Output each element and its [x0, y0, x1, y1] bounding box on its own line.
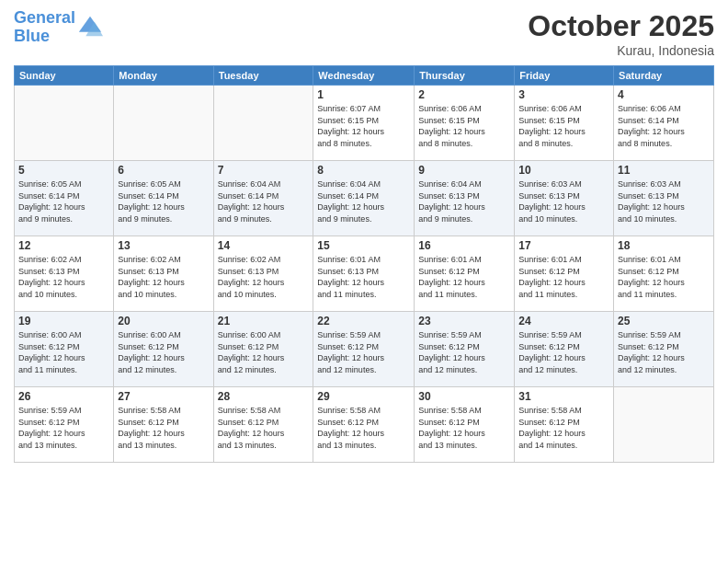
calendar-cell	[114, 86, 213, 161]
day-number: 26	[18, 390, 109, 403]
calendar-cell: 5Sunrise: 6:05 AM Sunset: 6:14 PM Daylig…	[15, 161, 114, 236]
calendar-cell: 11Sunrise: 6:03 AM Sunset: 6:13 PM Dayli…	[614, 161, 714, 236]
day-number: 6	[118, 164, 209, 177]
day-info: Sunrise: 6:00 AM Sunset: 6:12 PM Dayligh…	[18, 329, 109, 375]
calendar-cell: 12Sunrise: 6:02 AM Sunset: 6:13 PM Dayli…	[15, 236, 114, 312]
day-number: 23	[418, 315, 510, 327]
calendar-cell	[15, 86, 114, 161]
day-number: 13	[118, 239, 209, 252]
calendar-cell: 1Sunrise: 6:07 AM Sunset: 6:15 PM Daylig…	[313, 86, 415, 161]
logo: General Blue	[14, 9, 103, 46]
calendar-cell: 6Sunrise: 6:05 AM Sunset: 6:14 PM Daylig…	[114, 161, 213, 236]
calendar-cell: 16Sunrise: 6:01 AM Sunset: 6:12 PM Dayli…	[415, 236, 515, 312]
calendar-cell: 14Sunrise: 6:02 AM Sunset: 6:13 PM Dayli…	[213, 236, 313, 312]
day-info: Sunrise: 5:59 AM Sunset: 6:12 PM Dayligh…	[618, 329, 710, 375]
logo-icon	[77, 15, 103, 40]
calendar-cell: 7Sunrise: 6:04 AM Sunset: 6:14 PM Daylig…	[213, 161, 313, 236]
calendar-cell	[213, 86, 313, 161]
calendar-cell: 31Sunrise: 5:58 AM Sunset: 6:12 PM Dayli…	[515, 387, 614, 463]
calendar-cell	[614, 387, 714, 463]
calendar-week-2: 5Sunrise: 6:05 AM Sunset: 6:14 PM Daylig…	[15, 161, 714, 236]
page-header: General Blue October 2025 Kurau, Indones…	[14, 9, 714, 58]
calendar-cell: 4Sunrise: 6:06 AM Sunset: 6:14 PM Daylig…	[614, 86, 714, 161]
calendar-cell: 25Sunrise: 5:59 AM Sunset: 6:12 PM Dayli…	[614, 312, 714, 387]
weekday-header-row: SundayMondayTuesdayWednesdayThursdayFrid…	[15, 66, 714, 86]
weekday-header-tuesday: Tuesday	[213, 66, 313, 86]
day-info: Sunrise: 6:00 AM Sunset: 6:12 PM Dayligh…	[118, 329, 209, 375]
calendar-cell: 10Sunrise: 6:03 AM Sunset: 6:13 PM Dayli…	[515, 161, 614, 236]
day-info: Sunrise: 5:59 AM Sunset: 6:12 PM Dayligh…	[418, 329, 510, 375]
day-info: Sunrise: 6:01 AM Sunset: 6:12 PM Dayligh…	[418, 254, 510, 300]
calendar-cell: 24Sunrise: 5:59 AM Sunset: 6:12 PM Dayli…	[515, 312, 614, 387]
day-number: 19	[18, 315, 109, 327]
calendar-cell: 15Sunrise: 6:01 AM Sunset: 6:13 PM Dayli…	[313, 236, 415, 312]
day-info: Sunrise: 6:02 AM Sunset: 6:13 PM Dayligh…	[118, 254, 209, 300]
day-info: Sunrise: 6:04 AM Sunset: 6:13 PM Dayligh…	[418, 178, 510, 224]
day-number: 5	[18, 164, 109, 177]
day-number: 28	[218, 390, 310, 403]
day-number: 3	[518, 88, 609, 101]
calendar-cell: 3Sunrise: 6:06 AM Sunset: 6:15 PM Daylig…	[515, 86, 614, 161]
weekday-header-sunday: Sunday	[15, 66, 114, 86]
day-info: Sunrise: 6:06 AM Sunset: 6:14 PM Dayligh…	[618, 103, 710, 149]
weekday-header-friday: Friday	[515, 66, 614, 86]
calendar-week-4: 19Sunrise: 6:00 AM Sunset: 6:12 PM Dayli…	[15, 312, 714, 387]
day-number: 2	[418, 88, 510, 101]
day-number: 16	[418, 239, 510, 252]
day-number: 1	[317, 88, 410, 101]
day-number: 10	[518, 164, 609, 177]
calendar-week-5: 26Sunrise: 5:59 AM Sunset: 6:12 PM Dayli…	[15, 387, 714, 463]
calendar-cell: 21Sunrise: 6:00 AM Sunset: 6:12 PM Dayli…	[213, 312, 313, 387]
day-number: 17	[518, 239, 609, 252]
calendar-cell: 9Sunrise: 6:04 AM Sunset: 6:13 PM Daylig…	[415, 161, 515, 236]
day-info: Sunrise: 6:06 AM Sunset: 6:15 PM Dayligh…	[418, 103, 510, 149]
month-title: October 2025	[528, 9, 714, 43]
day-number: 29	[317, 390, 410, 403]
calendar-cell: 22Sunrise: 5:59 AM Sunset: 6:12 PM Dayli…	[313, 312, 415, 387]
day-number: 22	[317, 315, 410, 327]
location-subtitle: Kurau, Indonesia	[528, 43, 714, 58]
calendar-cell: 18Sunrise: 6:01 AM Sunset: 6:12 PM Dayli…	[614, 236, 714, 312]
day-number: 21	[218, 315, 310, 327]
day-number: 12	[18, 239, 109, 252]
day-info: Sunrise: 6:01 AM Sunset: 6:13 PM Dayligh…	[317, 254, 410, 300]
day-info: Sunrise: 5:59 AM Sunset: 6:12 PM Dayligh…	[518, 329, 609, 375]
calendar-cell: 28Sunrise: 5:58 AM Sunset: 6:12 PM Dayli…	[213, 387, 313, 463]
calendar-cell: 19Sunrise: 6:00 AM Sunset: 6:12 PM Dayli…	[15, 312, 114, 387]
day-info: Sunrise: 5:59 AM Sunset: 6:12 PM Dayligh…	[18, 405, 109, 451]
day-info: Sunrise: 5:58 AM Sunset: 6:12 PM Dayligh…	[317, 405, 410, 451]
calendar-cell: 23Sunrise: 5:59 AM Sunset: 6:12 PM Dayli…	[415, 312, 515, 387]
day-number: 31	[518, 390, 609, 403]
day-number: 15	[317, 239, 410, 252]
day-info: Sunrise: 5:58 AM Sunset: 6:12 PM Dayligh…	[518, 405, 609, 451]
calendar-cell: 2Sunrise: 6:06 AM Sunset: 6:15 PM Daylig…	[415, 86, 515, 161]
day-info: Sunrise: 5:58 AM Sunset: 6:12 PM Dayligh…	[118, 405, 209, 451]
day-number: 14	[218, 239, 310, 252]
weekday-header-thursday: Thursday	[415, 66, 515, 86]
calendar-week-1: 1Sunrise: 6:07 AM Sunset: 6:15 PM Daylig…	[15, 86, 714, 161]
day-info: Sunrise: 5:58 AM Sunset: 6:12 PM Dayligh…	[418, 405, 510, 451]
day-info: Sunrise: 6:04 AM Sunset: 6:14 PM Dayligh…	[218, 178, 310, 224]
day-number: 20	[118, 315, 209, 327]
calendar-cell: 17Sunrise: 6:01 AM Sunset: 6:12 PM Dayli…	[515, 236, 614, 312]
day-info: Sunrise: 5:59 AM Sunset: 6:12 PM Dayligh…	[317, 329, 410, 375]
calendar-cell: 13Sunrise: 6:02 AM Sunset: 6:13 PM Dayli…	[114, 236, 213, 312]
day-info: Sunrise: 6:03 AM Sunset: 6:13 PM Dayligh…	[618, 178, 710, 224]
calendar-cell: 20Sunrise: 6:00 AM Sunset: 6:12 PM Dayli…	[114, 312, 213, 387]
calendar-table: SundayMondayTuesdayWednesdayThursdayFrid…	[14, 65, 714, 463]
calendar-cell: 26Sunrise: 5:59 AM Sunset: 6:12 PM Dayli…	[15, 387, 114, 463]
weekday-header-monday: Monday	[114, 66, 213, 86]
day-info: Sunrise: 6:05 AM Sunset: 6:14 PM Dayligh…	[18, 178, 109, 224]
day-number: 4	[618, 88, 710, 101]
day-number: 8	[317, 164, 410, 177]
day-info: Sunrise: 6:01 AM Sunset: 6:12 PM Dayligh…	[618, 254, 710, 300]
day-number: 24	[518, 315, 609, 327]
calendar-cell: 8Sunrise: 6:04 AM Sunset: 6:14 PM Daylig…	[313, 161, 415, 236]
day-number: 27	[118, 390, 209, 403]
day-number: 11	[618, 164, 710, 177]
calendar-cell: 27Sunrise: 5:58 AM Sunset: 6:12 PM Dayli…	[114, 387, 213, 463]
calendar-cell: 29Sunrise: 5:58 AM Sunset: 6:12 PM Dayli…	[313, 387, 415, 463]
day-number: 7	[218, 164, 310, 177]
day-info: Sunrise: 6:07 AM Sunset: 6:15 PM Dayligh…	[317, 103, 410, 149]
day-info: Sunrise: 6:06 AM Sunset: 6:15 PM Dayligh…	[518, 103, 609, 149]
